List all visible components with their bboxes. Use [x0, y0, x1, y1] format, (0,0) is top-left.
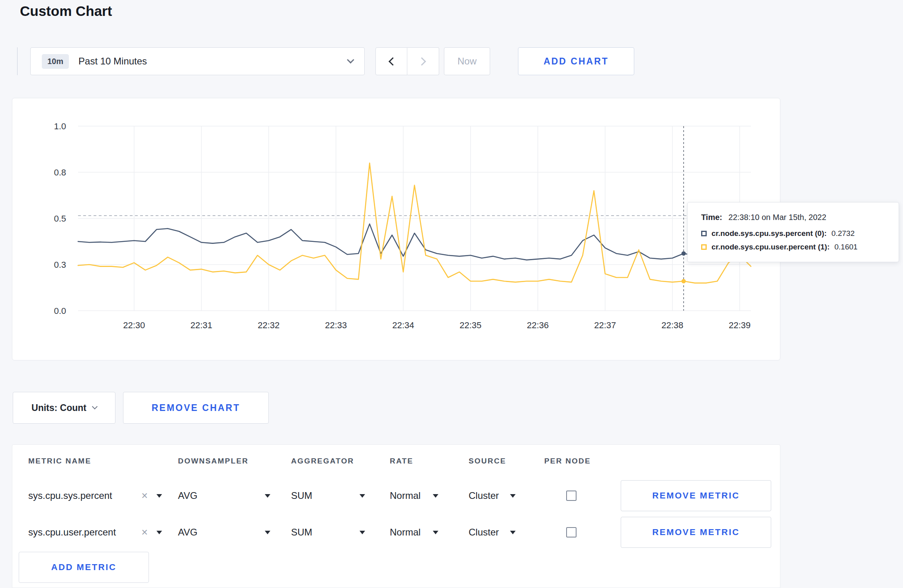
dropdown-arrow-icon	[433, 494, 438, 498]
tooltip-series-value: 0.2732	[831, 229, 854, 238]
next-time-button[interactable]	[407, 47, 439, 75]
aggregator-select[interactable]: SUM	[291, 490, 365, 501]
dropdown-arrow-icon	[156, 494, 162, 498]
tooltip-series-row: cr.node.sys.cpu.user.percent (1): 0.1601	[701, 243, 885, 251]
metric-row: sys.cpu.user.percent × AVG SUM	[12, 514, 780, 551]
x-tick-label: 22:35	[459, 320, 481, 330]
rate-value: Normal	[390, 527, 420, 538]
chevron-down-icon	[347, 56, 354, 63]
metric-name-select[interactable]: sys.cpu.sys.percent ×	[28, 490, 162, 501]
col-header-rate: RATE	[390, 457, 469, 465]
aggregator-select[interactable]: SUM	[291, 527, 365, 538]
dropdown-arrow-icon	[265, 494, 270, 498]
chart-tooltip: Time: 22:38:10 on Mar 15th, 2022 cr.node…	[687, 202, 899, 262]
series-line	[78, 224, 751, 260]
y-tick-label: 1.0	[54, 121, 66, 131]
downsampler-select[interactable]: AVG	[178, 527, 270, 538]
x-tick-label: 22:32	[258, 320, 280, 330]
per-node-checkbox[interactable]	[566, 491, 577, 501]
col-header-aggregator: AGGREGATOR	[291, 457, 390, 465]
tooltip-time-value: 22:38:10 on Mar 15th, 2022	[729, 213, 827, 222]
tooltip-series-row: cr.node.sys.cpu.sys.percent (0): 0.2732	[701, 229, 885, 238]
y-tick-label: 0.8	[54, 167, 66, 177]
col-header-per-node: PER NODE	[544, 457, 621, 465]
time-range-label: Past 10 Minutes	[78, 56, 147, 67]
clear-metric-icon[interactable]: ×	[141, 491, 148, 501]
tooltip-time-label: Time:	[701, 213, 722, 222]
rate-select[interactable]: Normal	[390, 527, 438, 538]
x-tick-label: 22:39	[729, 320, 751, 330]
metrics-table: METRIC NAME DOWNSAMPLER AGGREGATOR RATE …	[12, 444, 780, 588]
series-line	[78, 163, 751, 283]
units-label: Units: Count	[31, 403, 86, 413]
source-select[interactable]: Cluster	[469, 527, 516, 538]
y-tick-label: 0.5	[54, 214, 66, 224]
now-button[interactable]: Now	[444, 47, 490, 75]
dropdown-arrow-icon	[265, 531, 270, 534]
prev-time-button[interactable]	[375, 47, 407, 75]
crosshair-dot	[682, 279, 686, 283]
source-select[interactable]: Cluster	[469, 490, 516, 501]
tooltip-time-row: Time: 22:38:10 on Mar 15th, 2022	[701, 213, 885, 222]
units-bar: Units: Count REMOVE CHART	[13, 392, 269, 424]
per-node-checkbox[interactable]	[566, 527, 577, 537]
aggregator-value: SUM	[291, 490, 312, 501]
add-chart-button[interactable]: ADD CHART	[518, 47, 634, 75]
source-value: Cluster	[469, 490, 499, 501]
x-tick-label: 22:37	[594, 320, 616, 330]
time-range-select[interactable]: 10m Past 10 Minutes	[30, 47, 365, 75]
metric-name-value: sys.cpu.sys.percent	[28, 490, 112, 501]
clear-metric-icon[interactable]: ×	[141, 527, 148, 538]
chevron-left-icon	[388, 57, 397, 65]
x-tick-label: 22:38	[661, 320, 683, 330]
page-title: Custom Chart	[20, 3, 112, 19]
x-tick-label: 22:34	[392, 320, 414, 330]
remove-metric-button[interactable]: REMOVE METRIC	[621, 480, 771, 511]
toolbar: 10m Past 10 Minutes Now ADD CHART	[17, 47, 634, 75]
y-tick-label: 0.3	[54, 260, 66, 270]
downsampler-value: AVG	[178, 527, 197, 538]
line-chart[interactable]: 0.00.30.50.81.022:3022:3122:3222:3322:34…	[12, 98, 780, 360]
toolbar-divider	[17, 47, 18, 75]
chevron-down-icon	[92, 403, 98, 409]
dropdown-arrow-icon	[360, 531, 365, 534]
x-tick-label: 22:36	[527, 320, 549, 330]
tooltip-series-name: cr.node.sys.cpu.sys.percent (0):	[711, 229, 827, 238]
metric-row: sys.cpu.sys.percent × AVG SUM	[12, 477, 780, 514]
remove-chart-button[interactable]: REMOVE CHART	[123, 392, 269, 424]
tooltip-series-name: cr.node.sys.cpu.user.percent (1):	[711, 243, 830, 251]
crosshair-dot	[682, 251, 686, 256]
downsampler-value: AVG	[178, 490, 197, 501]
add-metric-button[interactable]: ADD METRIC	[19, 552, 149, 583]
remove-metric-button[interactable]: REMOVE METRIC	[621, 517, 771, 548]
time-range-badge: 10m	[42, 54, 69, 69]
units-select[interactable]: Units: Count	[13, 392, 115, 424]
dropdown-arrow-icon	[510, 531, 516, 534]
col-header-metric-name: METRIC NAME	[28, 457, 178, 465]
series-user-legend-icon	[701, 244, 707, 250]
metric-name-select[interactable]: sys.cpu.user.percent ×	[28, 527, 162, 538]
time-step-buttons	[375, 47, 439, 75]
metric-name-value: sys.cpu.user.percent	[28, 527, 116, 538]
dropdown-arrow-icon	[360, 494, 365, 498]
y-tick-label: 0.0	[54, 306, 66, 316]
dropdown-arrow-icon	[510, 494, 516, 498]
custom-chart-page: Custom Chart 10m Past 10 Minutes Now ADD…	[0, 0, 903, 588]
x-tick-label: 22:31	[190, 320, 212, 330]
tooltip-series-value: 0.1601	[835, 243, 858, 251]
x-tick-label: 22:30	[123, 320, 145, 330]
dropdown-arrow-icon	[433, 531, 438, 534]
rate-select[interactable]: Normal	[390, 490, 438, 501]
col-header-source: SOURCE	[469, 457, 544, 465]
downsampler-select[interactable]: AVG	[178, 490, 270, 501]
rate-value: Normal	[390, 490, 420, 501]
metrics-table-header: METRIC NAME DOWNSAMPLER AGGREGATOR RATE …	[12, 445, 780, 477]
source-value: Cluster	[469, 527, 499, 538]
series-sys-legend-icon	[701, 231, 707, 236]
col-header-downsampler: DOWNSAMPLER	[178, 457, 291, 465]
dropdown-arrow-icon	[156, 531, 162, 534]
chevron-right-icon	[418, 57, 426, 65]
x-tick-label: 22:33	[325, 320, 347, 330]
chart-card: 0.00.30.50.81.022:3022:3122:3222:3322:34…	[12, 98, 780, 360]
aggregator-value: SUM	[291, 527, 312, 538]
